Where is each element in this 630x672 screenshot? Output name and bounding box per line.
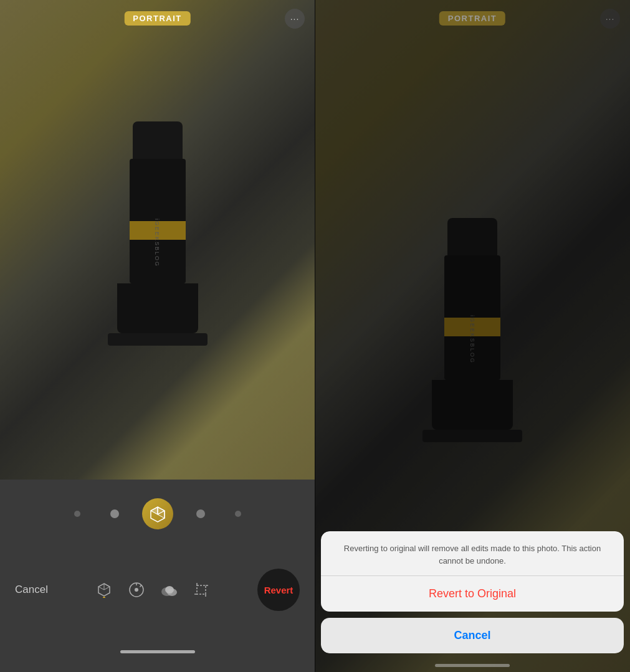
crop-tool-icon: [193, 582, 209, 598]
left-photo-area: iGEEKSBLOG PORTRAIT ···: [0, 0, 315, 480]
effects-tool-button[interactable]: [158, 579, 179, 600]
svg-point-13: [135, 588, 138, 592]
bottom-controls: Cancel: [0, 569, 315, 611]
filter-option-active[interactable]: [142, 498, 173, 529]
action-sheet-cancel-button[interactable]: Cancel: [321, 618, 624, 653]
crop-tool-button[interactable]: [191, 579, 212, 600]
filter-dot-2: [110, 509, 119, 518]
svg-point-11: [103, 597, 105, 598]
filter-dot-4: [196, 509, 205, 518]
svg-line-15: [140, 585, 141, 587]
filter-dot-5: [235, 511, 241, 517]
filter-option-2[interactable]: [105, 504, 125, 524]
cancel-button[interactable]: Cancel: [15, 584, 48, 596]
filter-dot-1: [74, 511, 80, 517]
left-photo-overlay: [0, 0, 315, 480]
action-sheet-cancel-container: Cancel: [321, 618, 624, 653]
effects-tool-icon: [160, 583, 178, 597]
action-sheet: Reverting to original will remove all ed…: [321, 531, 624, 653]
revert-to-original-button[interactable]: Revert to Original: [321, 576, 624, 612]
svg-line-9: [98, 587, 104, 590]
right-panel: iGEEKSBLOG PORTRAIT ··· Reverting to ori…: [315, 0, 630, 672]
filter-options: [67, 498, 248, 529]
svg-rect-19: [197, 585, 206, 594]
filter-option-4[interactable]: [191, 504, 211, 524]
svg-marker-3: [151, 507, 158, 514]
left-more-dots-icon: ···: [290, 14, 300, 24]
left-home-indicator: [120, 650, 195, 653]
tool-icons: [93, 579, 212, 600]
cube-tool-icon: [96, 582, 112, 598]
revert-button[interactable]: Revert: [257, 569, 300, 611]
svg-point-18: [165, 586, 174, 594]
cube-icon: [148, 504, 167, 523]
action-sheet-message: Reverting to original will remove all ed…: [321, 531, 624, 576]
filter-option-5[interactable]: [228, 504, 248, 524]
revert-label: Revert: [264, 585, 294, 595]
action-sheet-main: Reverting to original will remove all ed…: [321, 531, 624, 612]
left-panel: iGEEKSBLOG PORTRAIT ···: [0, 0, 315, 672]
left-portrait-badge: PORTRAIT: [124, 11, 190, 26]
cube-tool-button[interactable]: [93, 579, 115, 600]
filter-option-1[interactable]: [67, 504, 87, 524]
right-photo-area: iGEEKSBLOG PORTRAIT ··· Reverting to ori…: [315, 0, 630, 672]
edit-toolbar: Cancel: [0, 480, 315, 672]
action-sheet-overlay: Reverting to original will remove all ed…: [315, 0, 630, 672]
right-home-indicator: [435, 664, 510, 667]
svg-line-10: [104, 587, 110, 590]
dial-tool-button[interactable]: [126, 579, 147, 600]
dial-tool-icon: [128, 581, 145, 599]
left-more-button[interactable]: ···: [285, 9, 305, 29]
